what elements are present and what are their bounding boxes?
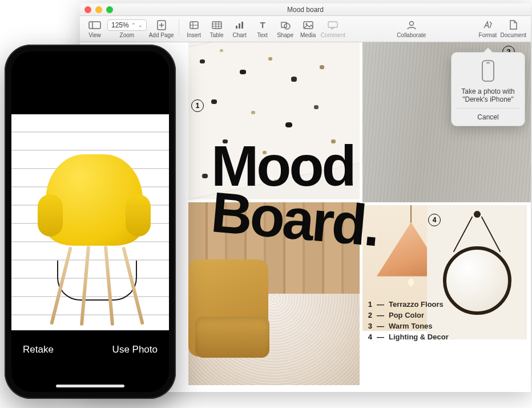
collaborate-label: Collaborate (397, 32, 426, 38)
format-button[interactable]: Format (476, 19, 499, 39)
chart-button[interactable]: Chart (228, 19, 251, 39)
svg-rect-13 (236, 26, 237, 29)
retake-button[interactable]: Retake (23, 344, 54, 355)
toolbar: View 125%⌃⌄ Zoom Add Page Insert Table (80, 16, 531, 42)
collaborate-button[interactable]: Collaborate (396, 19, 427, 39)
document-label: Document (500, 32, 526, 38)
camera-bottom-bar: Retake Use Photo (11, 330, 169, 392)
popover-cancel-button[interactable]: Cancel (456, 108, 520, 126)
collaborate-icon (405, 19, 418, 31)
home-indicator[interactable] (56, 385, 124, 387)
view-icon (88, 19, 101, 31)
table-label: Table (210, 32, 224, 38)
insert-label: Insert (187, 32, 201, 38)
chart-label: Chart (232, 32, 246, 38)
svg-point-22 (409, 22, 413, 26)
zoom-control[interactable]: 125%⌃⌄ Zoom (106, 19, 148, 39)
use-photo-button[interactable]: Use Photo (112, 344, 158, 355)
svg-rect-21 (328, 22, 337, 27)
media-label: Media (300, 32, 316, 38)
legend-list[interactable]: 1—Terrazzo Floors 2—Pop Color 3—Warm Ton… (365, 299, 449, 342)
shape-label: Shape (277, 32, 293, 38)
comment-button[interactable]: Comment (320, 19, 346, 39)
close-window-button[interactable] (84, 6, 91, 13)
zoom-label: Zoom (120, 32, 135, 38)
legend-row: 3—Warm Tones (365, 321, 449, 332)
continuity-camera-popover: Take a photo with "Derek's iPhone" Cance… (451, 52, 525, 126)
svg-rect-0 (89, 22, 100, 29)
popover-text-line2: "Derek's iPhone" (456, 95, 520, 103)
svg-rect-15 (241, 22, 243, 29)
view-button[interactable]: View (83, 19, 106, 39)
callout-badge-1: 1 (191, 99, 204, 112)
zoom-value: 125% (111, 21, 129, 29)
image-sofa[interactable] (188, 259, 274, 374)
media-button[interactable]: Media (297, 19, 320, 39)
add-page-label: Add Page (149, 32, 174, 38)
photo-subject-chair (34, 154, 154, 326)
zoom-window-button[interactable] (106, 6, 113, 13)
shape-icon (279, 19, 292, 31)
svg-rect-14 (239, 23, 240, 29)
svg-point-20 (305, 23, 307, 25)
document-button[interactable]: Document (499, 19, 527, 39)
chevron-down-icon: ⌄ (138, 22, 143, 28)
comment-label: Comment (321, 32, 345, 38)
add-page-button[interactable]: Add Page (148, 19, 175, 39)
chevron-down-icon: ⌃ (131, 22, 136, 28)
iphone-icon (480, 59, 496, 82)
camera-viewfinder[interactable] (11, 114, 169, 331)
legend-row: 1—Terrazzo Floors (365, 299, 449, 310)
toolbar-separator (179, 19, 179, 36)
insert-button[interactable]: Insert (183, 19, 205, 39)
text-icon: T (256, 19, 269, 31)
shape-button[interactable]: Shape (274, 19, 297, 39)
document-heading[interactable]: Mood Board. (211, 139, 378, 246)
text-label: Text (257, 32, 267, 38)
svg-point-18 (284, 23, 290, 29)
popover-text-line1: Take a photo with (456, 87, 520, 95)
comment-icon (327, 19, 339, 31)
media-icon (302, 19, 315, 31)
table-icon (211, 19, 223, 31)
legend-row: 4—Lighting & Decor (365, 332, 449, 343)
callout-badge-4: 4 (428, 214, 441, 226)
legend-row: 2—Pop Color (365, 310, 449, 321)
document-icon (507, 19, 519, 31)
add-page-icon (155, 19, 168, 31)
svg-rect-8 (212, 22, 221, 29)
iphone-device: Retake Use Photo (5, 45, 176, 399)
format-icon (481, 19, 494, 31)
insert-icon (188, 19, 200, 31)
table-button[interactable]: Table (205, 19, 228, 39)
view-label: View (88, 32, 101, 38)
svg-text:T: T (260, 20, 265, 30)
iphone-screen: Retake Use Photo (11, 51, 169, 392)
heading-line2: Board. (209, 185, 381, 253)
format-label: Format (479, 32, 497, 38)
chart-icon (233, 19, 246, 31)
text-button[interactable]: T Text (251, 19, 274, 39)
window-titlebar[interactable]: Mood board (80, 3, 531, 16)
minimize-window-button[interactable] (95, 6, 102, 13)
window-traffic-lights (84, 6, 113, 13)
svg-rect-23 (482, 61, 494, 81)
document-title: Mood board (80, 6, 531, 14)
iphone-notch (50, 51, 130, 66)
